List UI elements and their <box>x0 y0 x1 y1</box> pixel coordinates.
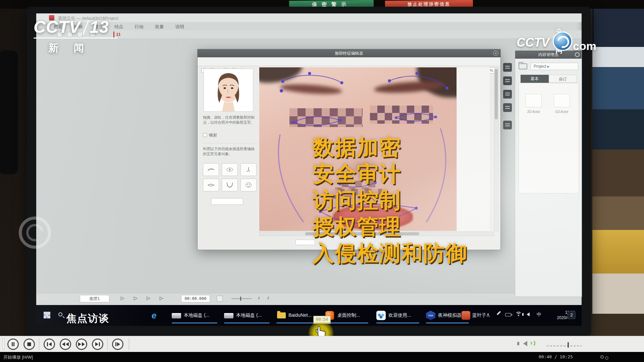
disk-icon <box>224 313 233 318</box>
yellow-package <box>592 230 644 274</box>
feature-button-nose[interactable] <box>240 163 257 176</box>
sidebar-input[interactable] <box>211 198 243 205</box>
menu-batch[interactable]: 批量 <box>155 24 164 30</box>
disk-icon <box>172 313 181 318</box>
feature-button-contour[interactable] <box>222 179 238 191</box>
player-status-bar: 开始播放 [H/W] 00:40 / 10:25 <box>0 352 644 362</box>
ime-indicator[interactable]: 中 <box>537 312 541 318</box>
security-features-overlay: 数据加密 安全审计 访问控制 授权管理 入侵检测和防御 <box>313 134 468 266</box>
media-player-controls <box>0 336 644 352</box>
timeline-bar <box>36 293 582 305</box>
bookshelf <box>592 9 644 362</box>
overlay-line: 数据加密 <box>313 134 468 161</box>
feature-button-mouth[interactable] <box>203 179 219 191</box>
divider <box>202 143 255 143</box>
content-manager-title: 内容管理员 <box>515 52 582 58</box>
pause-button[interactable] <box>7 339 19 350</box>
timeline-zoom-slider[interactable] <box>231 298 252 299</box>
side-tool-icon[interactable] <box>503 121 512 129</box>
fast-forward-button[interactable] <box>76 339 87 350</box>
mirror-checkbox-row[interactable]: 镜射 <box>203 132 217 138</box>
tab-custom[interactable]: 自订 <box>549 75 577 83</box>
transport-buttons[interactable]: ▷ ▷ ▷ ▷ <box>121 295 167 301</box>
content-manager-panel: 内容管理员 Project ▸ 基本 自订 2D Actor G3 Actor <box>515 50 582 297</box>
pen-icon[interactable] <box>497 311 501 315</box>
battery-icon[interactable] <box>505 313 511 316</box>
timeline-icon[interactable] <box>217 296 223 302</box>
dialog-titlebar[interactable]: 脸部特征编辑器 × <box>198 49 500 57</box>
checkbox-icon[interactable] <box>203 133 207 137</box>
player-speaker-icon[interactable] <box>523 341 527 346</box>
side-tool-icon[interactable] <box>503 103 512 112</box>
actor-label: 2D Actor <box>521 110 546 114</box>
folder-icon <box>277 312 286 318</box>
playback-position: 00:40 / 10:25 <box>539 354 573 359</box>
windows-taskbar: e 本地磁盘 (... 本地磁盘 (... BaiduNet... 桌面控制..… <box>36 305 582 326</box>
wifi-icon[interactable] <box>515 312 522 317</box>
program-badge: 焦点访谈 <box>66 312 109 325</box>
timecode-field[interactable]: 00:00.000 <box>181 295 210 302</box>
edge-icon: e <box>152 310 156 321</box>
menu-help[interactable]: 说明 <box>175 24 184 30</box>
volume-handle[interactable] <box>568 342 569 348</box>
cloud-app-icon <box>376 311 386 320</box>
sidebar-instruction-1: 拖拽、滚轮，任意调整脸部控制点，以符合照片中的脸部五官。 <box>203 115 255 125</box>
feature-button-eye[interactable] <box>222 163 238 176</box>
channel-logo-cctv13: CCTV13 新闻 <box>34 17 117 55</box>
actor-thumbnail[interactable] <box>526 94 542 107</box>
actor-label: G3 Actor <box>549 110 575 114</box>
previous-button[interactable] <box>44 339 55 350</box>
overlay-line: 访问控制 <box>313 187 468 214</box>
feature-button-full-face[interactable] <box>240 179 257 191</box>
vertical-scrollbar[interactable] <box>494 67 498 231</box>
overlay-line: 授权管理 <box>313 214 468 240</box>
speaker-icon[interactable] <box>527 312 530 316</box>
content-manager-header[interactable]: 内容管理员 <box>515 51 582 59</box>
overlay-line: 安全审计 <box>313 161 468 187</box>
taskbar-preview-tooltip: 00:54 <box>313 316 331 323</box>
actor-thumbnail[interactable] <box>554 94 570 107</box>
lens-icon <box>553 32 572 51</box>
repeat-icon <box>600 355 604 359</box>
tv-frame: 保密警示 禁止处理涉密信息 通用汉化 — default3d16Project … <box>0 0 644 362</box>
feature-button-eyebrow[interactable] <box>203 163 219 176</box>
next-button[interactable] <box>92 339 103 350</box>
menu-action[interactable]: 行动 <box>135 24 144 30</box>
nox-icon: nox <box>426 311 435 320</box>
stop-button[interactable] <box>23 339 35 350</box>
close-icon[interactable]: × <box>493 51 498 56</box>
playback-status: 开始播放 [H/W] <box>3 354 33 360</box>
search-icon[interactable] <box>58 312 62 316</box>
reference-portrait <box>204 69 253 112</box>
player-grip[interactable] <box>3 338 4 350</box>
side-tool-icon[interactable] <box>503 63 512 72</box>
mirror-label: 镜射 <box>209 133 217 137</box>
tray-chevron-icon[interactable]: ∧ <box>486 312 490 317</box>
content-manager-list: 2D Actor G3 Actor <box>519 83 579 193</box>
dialog-footer-field[interactable] <box>296 240 315 245</box>
cctv-watermark <box>19 217 66 250</box>
layer-name-box[interactable]: 图层1 <box>80 295 109 302</box>
dialog-toolbar: 50% <box>198 57 500 66</box>
gear-icon[interactable] <box>575 52 580 57</box>
tab-basic[interactable]: 基本 <box>521 75 549 83</box>
app-menubar: 档案 编辑 建立 结点 行动 批量 说明 <box>36 22 582 30</box>
channel-subtitle: 新闻 <box>48 41 117 55</box>
side-tool-icon[interactable] <box>503 90 512 99</box>
folder-icon[interactable] <box>519 63 527 69</box>
breadcrumb[interactable]: Project ▸ <box>531 63 578 70</box>
overlay-line: 入侵检测和防御 <box>313 240 468 266</box>
side-tool-icon[interactable] <box>503 76 512 85</box>
sidebar-instruction-2: 利用以下的功能来挑选想要编辑的五官元素对象。 <box>203 146 255 157</box>
bottle-silhouette <box>0 50 18 174</box>
scrollbar-thumb[interactable] <box>495 69 498 119</box>
red-app-icon <box>462 311 470 320</box>
step-play-button[interactable] <box>112 339 123 350</box>
dialog-title: 脸部特征编辑器 <box>198 51 500 56</box>
rewind-button[interactable] <box>60 339 71 350</box>
notification-badge[interactable]: 2 <box>568 311 576 319</box>
windows-start-icon[interactable] <box>44 312 50 318</box>
volume-slider[interactable] <box>547 346 582 346</box>
audio-note-icons: ♪ ♪ <box>258 295 272 300</box>
